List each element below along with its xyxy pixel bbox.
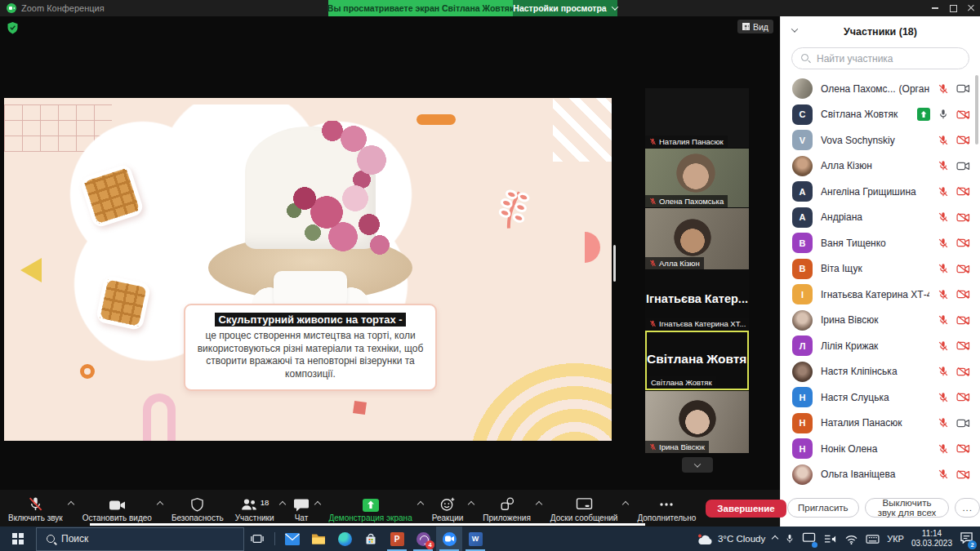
participant-row[interactable]: C Світлана Жовтяк <box>781 102 980 128</box>
participant-row[interactable]: Алла Кізюн <box>781 153 980 180</box>
chevron-up-icon[interactable] <box>622 500 629 507</box>
stop-video-button[interactable]: Остановить видео <box>81 495 167 522</box>
apps-button[interactable]: Приложения <box>481 495 546 522</box>
view-settings-button[interactable]: Настройки просмотра <box>513 0 617 16</box>
toolbar-label: Реакции <box>432 513 464 522</box>
mic-status-icon <box>938 366 949 377</box>
more-button[interactable]: Дополнительно <box>635 495 702 522</box>
participant-row[interactable]: A Ангеліна Грищишина <box>781 179 980 205</box>
powerpoint-app-button[interactable] <box>384 527 410 551</box>
security-shield-icon[interactable] <box>7 21 19 34</box>
video-tile[interactable]: Алла Кізюн <box>645 208 749 269</box>
close-button[interactable] <box>962 0 980 16</box>
whiteboards-button[interactable]: Доски сообщений <box>549 495 633 522</box>
participant-avatar <box>792 310 813 331</box>
camera-status-icon <box>956 289 970 300</box>
video-tile[interactable]: Олена Пахомська <box>645 149 749 207</box>
chevron-up-icon[interactable] <box>314 500 320 507</box>
participant-search[interactable] <box>791 47 969 69</box>
maximize-button[interactable] <box>944 0 962 16</box>
participant-status-icons <box>938 417 970 429</box>
action-center-button[interactable]: 2 <box>960 531 973 547</box>
mute-all-button[interactable]: Выключить звук для всех <box>865 498 950 518</box>
invite-button[interactable]: Пригласить <box>787 498 859 518</box>
video-tile[interactable]: Ірина Вівсюк <box>645 391 749 453</box>
zoom-app-icon <box>443 532 457 546</box>
participant-row[interactable]: A Андріана <box>781 205 980 231</box>
participant-row[interactable]: Настя Кліпінська <box>781 359 980 385</box>
share-screen-icon <box>363 499 379 512</box>
more-options-button[interactable]: ... <box>955 498 980 518</box>
chevron-up-icon[interactable] <box>157 500 163 507</box>
camera-status-icon <box>956 315 970 326</box>
active-speaker-tile[interactable]: Світлана Жовтяк Світлана Жовтяк <box>645 331 749 390</box>
search-icon <box>801 54 808 61</box>
participant-status-icons <box>938 289 970 300</box>
collapse-thumbnails-button[interactable] <box>682 457 713 473</box>
keyboard-icon[interactable] <box>866 534 880 544</box>
participant-row[interactable]: V Vova Sochynskiy <box>781 127 980 153</box>
video-tile[interactable]: Ігнатьєва Катер... Ігнатьєва Катерина ХТ… <box>645 270 749 330</box>
volume-mixer-icon[interactable] <box>823 533 837 545</box>
zoom-app-button[interactable] <box>436 527 462 551</box>
share-screen-button[interactable]: Демонстрация экрана <box>327 495 427 522</box>
camera-icon <box>109 496 126 512</box>
edge-browser-button[interactable] <box>332 527 358 551</box>
chevron-up-icon[interactable] <box>67 500 74 507</box>
weather-text: 3°C Cloudy <box>718 534 765 544</box>
participant-row[interactable]: Ольга Іваніщева <box>781 462 980 488</box>
participant-row[interactable]: Олена Пахомс...(Организатор, я) <box>781 76 980 102</box>
participant-row[interactable]: H Наталия Панасюк <box>781 411 980 437</box>
hidden-icons-chevron[interactable] <box>772 535 778 542</box>
participant-row[interactable]: H Нонік Олена <box>781 436 980 462</box>
end-meeting-button[interactable]: Завершение <box>706 500 786 518</box>
taskbar-clock[interactable]: 11:14 03.03.2023 <box>911 529 952 549</box>
chevron-up-icon[interactable] <box>416 500 423 507</box>
participant-row[interactable]: B Ваня Тищенко <box>781 230 980 256</box>
participant-row[interactable]: Ірина Вівсюк <box>781 308 980 334</box>
participants-count-badge: 18 <box>261 498 270 507</box>
video-tile[interactable]: Наталия Панасюк <box>645 88 749 148</box>
chat-button[interactable]: Чат <box>292 495 324 522</box>
cast-indicator[interactable] <box>802 531 816 547</box>
search-input[interactable] <box>792 48 969 69</box>
participant-row[interactable]: B Віта Іщук <box>781 256 980 282</box>
participant-status-icons <box>938 211 970 223</box>
participant-row[interactable]: I Ігнатьєва Катерина ХТ-41д <box>781 282 980 308</box>
participant-status-icons <box>938 186 970 198</box>
microsoft-store-button[interactable] <box>358 527 384 551</box>
language-indicator[interactable]: УКР <box>887 534 904 544</box>
view-button[interactable]: Вид <box>737 20 773 33</box>
shield-icon <box>190 496 204 512</box>
toolbar-label: Безопасность <box>172 513 224 522</box>
mic-status-icon <box>938 314 949 326</box>
reactions-button[interactable]: Реакции <box>430 495 479 522</box>
start-button[interactable] <box>0 527 36 551</box>
participant-status-icons <box>938 443 970 455</box>
chevron-up-icon[interactable] <box>468 500 474 507</box>
unmute-button[interactable]: Включить звук <box>7 495 78 522</box>
task-view-button[interactable] <box>244 527 270 551</box>
zoom-camera-icon <box>7 3 16 13</box>
participant-row[interactable]: H Настя Слуцька <box>781 384 980 411</box>
chevron-up-icon[interactable] <box>536 500 542 507</box>
security-button[interactable]: Безопасность <box>170 495 230 522</box>
taskbar-search[interactable]: Поиск <box>36 527 244 551</box>
wifi-icon[interactable] <box>844 534 858 544</box>
participant-row[interactable]: Л Лілія Крижак <box>781 333 980 359</box>
mail-app-button[interactable] <box>279 527 305 551</box>
mic-status-icon <box>938 392 949 403</box>
participant-video-label: Алла Кізюн <box>645 257 704 269</box>
tray-mic-icon[interactable] <box>785 533 795 544</box>
stage-scrollbar[interactable] <box>613 245 616 282</box>
weather-widget[interactable]: 3°C Cloudy <box>697 533 765 545</box>
title-bar: Zoom Конференция Вы просматриваете экран… <box>0 0 980 16</box>
participants-scrollbar[interactable] <box>975 75 978 144</box>
search-icon <box>47 535 55 543</box>
word-app-button[interactable] <box>462 527 488 551</box>
minimize-button[interactable] <box>926 0 944 16</box>
viber-app-button[interactable]: 4 <box>410 527 436 551</box>
chevron-up-icon[interactable] <box>278 500 285 507</box>
file-explorer-button[interactable] <box>305 527 332 551</box>
participants-button[interactable]: 18 Участники <box>234 495 289 522</box>
